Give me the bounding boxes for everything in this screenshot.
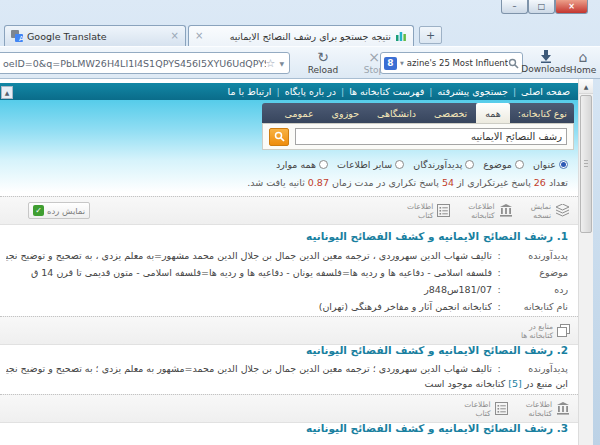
tab-specialized[interactable]: تخصصی [425, 103, 476, 123]
list-icon [495, 402, 508, 415]
library-site-icon [395, 30, 407, 42]
tab-label: Google Translate [27, 31, 107, 42]
navigation-toolbar: oeID=0&q=PbLMW26H4LI1I4S1QPYS456I5XYU6Ud… [0, 46, 600, 79]
close-button[interactable]: × [555, 0, 588, 14]
page-content: ▲ صفحه اصلی | جستجوی پیشرفته | فهرست کتا… [0, 79, 578, 445]
page-scrollbar[interactable]: ▲ [578, 79, 593, 445]
tab-bar: A Google Translate × نتیجه جستجو برای رش… [0, 24, 600, 46]
unique-count: 26 [534, 177, 546, 188]
total-count: 54 [442, 177, 454, 188]
availability-text: این منبع در [5] کتابخانه موجود است [425, 378, 568, 389]
scroll-top-icon[interactable]: ▲ [1, 86, 13, 99]
record-title-link[interactable]: 1. رشف النصائح الایمانیه و کشف الفضائح ا… [306, 230, 568, 242]
tab-search-result[interactable]: نتیجه جستجو برای رشف النصائح الایمانیه × [188, 25, 414, 46]
magnifier-icon[interactable] [508, 58, 519, 69]
catalog-search-input[interactable] [295, 128, 567, 145]
field-library-name: نام کتابخانه:کتابخانه انجمن آثار و مفاخر… [6, 298, 568, 315]
library-count-link[interactable]: [5] [508, 378, 521, 389]
book-info-button[interactable]: اطلاعاتکتاب [407, 202, 450, 220]
url-dropdown-icon[interactable]: ▼ [275, 60, 289, 67]
library-building-icon [499, 204, 513, 217]
minimize-button[interactable]: – [501, 0, 528, 14]
radio-icon [319, 160, 328, 169]
result-count-text: تعداد 26 پاسخ غیرتکراری از 54 پاسخ تکرار… [247, 177, 568, 188]
tab-close-icon[interactable]: × [171, 31, 179, 41]
library-info-button[interactable]: اطلاعاتکتابخانه [468, 202, 512, 220]
site-navigation: صفحه اصلی | جستجوی پیشرفته | فهرست کتابخ… [0, 83, 578, 100]
svg-text:A: A [19, 35, 23, 42]
record-toolbar: اطلاعاتکتابخانه اطلاعاتکتاب [0, 394, 578, 423]
nav-link-contact[interactable]: ارتباط با ما [228, 86, 272, 97]
book-info-button[interactable]: اطلاعاتکتاب [464, 400, 507, 418]
nav-separator: | [424, 86, 437, 97]
resources-in-libraries-button[interactable]: منابع درکتابخانه ها [521, 322, 570, 340]
field-subject: موضوع:فلسفه اسلامی - دفاعیه ها و ردیه ها… [6, 264, 568, 281]
nav-link-library-list[interactable]: فهرست کتابخانه ها [349, 86, 424, 97]
scrollbar-thumb[interactable] [580, 95, 592, 233]
tab-all[interactable]: همه [476, 103, 510, 123]
record-fields: پدیدآورنده:تالیف شهاب الدین سهروردی ؛ تر… [6, 360, 568, 377]
scrollbar-up-icon[interactable]: ▲ [579, 79, 593, 94]
radio-all-items[interactable]: همه موارد [276, 159, 328, 170]
nav-link-home[interactable]: صفحه اصلی [521, 86, 570, 97]
nav-separator: | [271, 86, 284, 97]
url-text[interactable]: oeID=0&q=PbLMW26H4LI1I4S1QPYS456I5XYU6Ud… [0, 58, 266, 69]
new-tab-button[interactable]: + [419, 26, 442, 44]
search-input[interactable] [407, 58, 508, 68]
library-info-button[interactable]: اطلاعاتکتابخانه [526, 400, 570, 418]
copies-icon [557, 324, 570, 337]
engine-dropdown-icon[interactable]: ▼ [397, 60, 407, 66]
show-classification-dropdown[interactable]: ✓ نمایش رده [28, 202, 90, 219]
home-icon: ⌂ [568, 50, 598, 64]
maximize-button[interactable]: □ [528, 0, 555, 14]
browser-window: – □ × A Google Translate × نتیجه جستجو ب… [0, 0, 600, 445]
reload-icon: ↻ [295, 50, 351, 64]
nav-separator: | [508, 86, 521, 97]
field-creator: پدیدآورنده:تالیف شهاب الدین سهروردی ؛ تر… [6, 360, 568, 377]
downloads-button[interactable]: Downloads [520, 50, 572, 74]
library-building-icon [556, 402, 570, 415]
list-icon [437, 204, 450, 217]
record-title-link[interactable]: 2. رشف النصائح الایمانیه و کشف الفضائح ا… [306, 344, 568, 356]
field-call-number: رده:181/07س848ر [6, 281, 568, 298]
radio-selected-icon [559, 160, 568, 169]
tab-close-icon[interactable]: × [195, 31, 203, 41]
library-type-tabs: نوع کتابخانه: همه تخصصی دانشگاهی حوزوی ع… [262, 103, 574, 123]
radio-icon [515, 160, 524, 169]
tab-university[interactable]: دانشگاهی [368, 103, 425, 123]
window-controls: – □ × [501, 0, 588, 14]
record-title-link[interactable]: 3. رشف النصائح الایمانیه و کشف الفضائح ا… [306, 422, 568, 434]
catalog-search-button[interactable] [269, 128, 289, 146]
radio-other-info[interactable]: سایر اطلاعات [337, 159, 404, 170]
search-bar[interactable]: 8 ▼ [380, 52, 523, 74]
radio-creators[interactable]: پدیدآورندگان [413, 159, 474, 170]
radio-subject[interactable]: موضوع [483, 159, 524, 170]
url-bar[interactable]: oeID=0&q=PbLMW26H4LI1I4S1QPYS456I5XYU6Ud… [0, 52, 290, 74]
show-copies-button[interactable]: نمایشنسخه [531, 202, 570, 220]
radio-icon [395, 160, 404, 169]
check-icon: ✓ [33, 205, 44, 216]
search-engine-icon[interactable]: 8 [384, 57, 397, 70]
nav-link-about[interactable]: در باره پایگاه [285, 86, 336, 97]
radio-icon [465, 160, 474, 169]
library-type-label: نوع کتابخانه: [518, 108, 567, 119]
tab-google-translate[interactable]: A Google Translate × [4, 25, 186, 46]
bookmark-star-icon[interactable]: ☆ [266, 57, 276, 70]
nav-link-advanced-search[interactable]: جستجوی پیشرفته [437, 86, 507, 97]
nav-separator: | [336, 86, 349, 97]
tab-label: نتیجه جستجو برای رشف النصائح الایمانیه [230, 31, 391, 42]
search-panel [262, 123, 574, 150]
google-translate-icon: A [11, 30, 23, 42]
record-toolbar: منابع درکتابخانه ها [0, 316, 578, 345]
tab-public[interactable]: عمومی [276, 103, 323, 123]
search-field-radios: عنوان موضوع پدیدآورندگان سایر اطلاعات هم… [276, 159, 568, 170]
field-creator: پدیدآورنده:تالیف شهاب الدین سهروردی ، تر… [6, 247, 568, 264]
search-time: 0.87 [308, 177, 329, 188]
layers-icon [555, 204, 570, 217]
downloads-icon [540, 50, 552, 63]
home-button[interactable]: ⌂ Home [568, 50, 598, 75]
tab-seminary[interactable]: حوزوی [323, 103, 368, 123]
magnifier-icon [274, 131, 285, 142]
reload-button[interactable]: ↻ Reload [295, 50, 351, 75]
radio-title[interactable]: عنوان [533, 159, 568, 170]
